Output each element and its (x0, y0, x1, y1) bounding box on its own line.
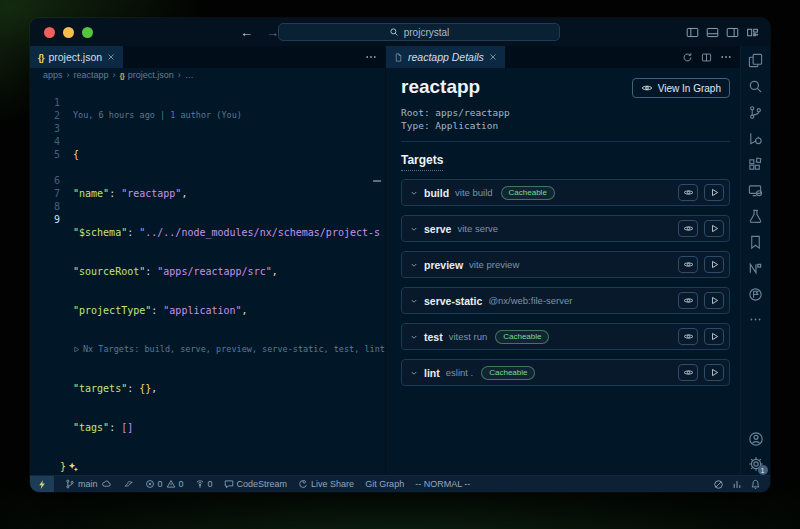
chevron-down-icon[interactable] (410, 333, 418, 341)
toggle-panel-icon[interactable] (706, 26, 719, 39)
view-target-button[interactable] (678, 364, 698, 381)
breadcrumb-item[interactable]: … (185, 70, 194, 80)
testing-icon[interactable] (748, 209, 763, 224)
target-name: build (424, 187, 449, 199)
breadcrumb-item[interactable]: apps (43, 70, 63, 80)
run-target-button[interactable] (704, 184, 724, 201)
git-branch-status[interactable]: main (65, 479, 112, 489)
git-graph-status[interactable]: Git Graph (365, 479, 404, 489)
project-type: Type: Application (401, 119, 730, 132)
targets-heading: Targets (401, 153, 443, 171)
flag-circle-icon[interactable] (748, 287, 763, 302)
project-details-panel: reactapp View In Graph Root: apps/reacta… (386, 68, 740, 475)
cacheable-badge: Cacheable (495, 330, 549, 344)
tab-reactapp-details[interactable]: reactapp Details (386, 46, 505, 68)
comment-icon (224, 479, 234, 489)
run-debug-icon[interactable] (748, 131, 763, 146)
breadcrumb-separator-icon: › (67, 70, 70, 80)
chevron-down-icon[interactable] (410, 297, 418, 305)
target-command: vitest run (449, 331, 488, 342)
gitlens-blame-lens[interactable]: You, 6 hours ago | 1 author (You) (60, 109, 385, 122)
view-target-button[interactable] (678, 220, 698, 237)
tab-label: project.json (48, 51, 102, 63)
code-line: "sourceRoot": "apps/reactapp/src", (60, 265, 385, 278)
more-views-icon[interactable] (749, 313, 762, 326)
search-input[interactable]: projcrystal (278, 23, 560, 41)
extensions-icon[interactable] (748, 157, 763, 172)
live-share-status[interactable]: Live Share (298, 479, 354, 489)
target-command: vite build (455, 187, 493, 198)
search-icon[interactable] (748, 79, 763, 94)
minimize-window-button[interactable] (63, 27, 74, 38)
code-line: "projectType": "application", (60, 304, 385, 317)
target-row-build[interactable]: build vite build Cacheable (401, 179, 730, 206)
scrollbar-marker[interactable] (373, 180, 381, 182)
target-row-preview[interactable]: preview vite preview (401, 251, 730, 278)
close-window-button[interactable] (44, 27, 55, 38)
breadcrumb-item[interactable]: project.json (128, 70, 174, 80)
settings-gear-icon[interactable]: 1 (748, 456, 764, 472)
more-actions-icon[interactable] (720, 51, 732, 63)
bars-icon[interactable] (732, 479, 742, 490)
tab-label: reactapp Details (408, 51, 484, 63)
breadcrumb[interactable]: apps › reactapp › {} project.json › … (30, 68, 385, 82)
chevron-down-icon[interactable] (410, 369, 418, 377)
target-row-serve[interactable]: serve vite serve (401, 215, 730, 242)
run-target-button[interactable] (704, 328, 724, 345)
ports-status[interactable]: 0 (195, 479, 213, 489)
editor-group-right: reactapp Details reactapp View (385, 46, 740, 475)
codestream-status[interactable]: CodeStream (224, 479, 288, 489)
vim-mode-status[interactable]: -- NORMAL -- (415, 479, 470, 489)
source-control-icon[interactable] (748, 105, 763, 120)
remote-explorer-icon[interactable] (748, 183, 763, 198)
code-line: "targets": {}, (60, 382, 385, 395)
view-in-graph-button[interactable]: View In Graph (632, 78, 730, 98)
sparkle-icon[interactable] (68, 461, 79, 472)
customize-layout-icon[interactable] (746, 26, 759, 39)
nx-targets-lens[interactable]: Nx Targets: build, serve, preview, serve… (60, 343, 385, 356)
chevron-down-icon[interactable] (410, 225, 418, 233)
remote-indicator[interactable] (30, 476, 54, 493)
bird-icon[interactable] (123, 479, 134, 489)
bell-icon[interactable] (750, 479, 761, 490)
close-tab-icon[interactable] (489, 53, 497, 61)
split-editor-icon[interactable] (701, 52, 712, 63)
nx-console-icon[interactable] (748, 261, 763, 276)
bookmarks-icon[interactable] (748, 235, 763, 250)
do-not-disturb-icon[interactable] (713, 479, 724, 490)
account-icon[interactable] (748, 431, 764, 447)
tab-project-json[interactable]: {} project.json (30, 46, 123, 68)
chevron-down-icon[interactable] (410, 261, 418, 269)
window-controls (44, 27, 93, 38)
problems-status[interactable]: 0 0 (145, 479, 184, 489)
view-target-button[interactable] (678, 292, 698, 309)
code-editor[interactable]: 12345 678 9 You, 6 hours ago | 1 author … (30, 82, 385, 492)
target-name: lint (424, 367, 440, 379)
refresh-icon[interactable] (682, 52, 693, 63)
explorer-icon[interactable] (748, 53, 763, 68)
view-target-button[interactable] (678, 256, 698, 273)
cacheable-badge: Cacheable (501, 186, 555, 200)
target-row-serve-static[interactable]: serve-static @nx/web:file-server (401, 287, 730, 314)
run-target-button[interactable] (704, 220, 724, 237)
close-tab-icon[interactable] (107, 53, 115, 61)
toggle-secondary-sidebar-icon[interactable] (726, 26, 739, 39)
target-row-test[interactable]: test vitest run Cacheable (401, 323, 730, 350)
target-row-lint[interactable]: lint eslint . Cacheable (401, 359, 730, 386)
breadcrumb-item[interactable]: reactapp (74, 70, 109, 80)
target-command: @nx/web:file-server (488, 295, 572, 306)
code-line: } (60, 460, 385, 473)
more-actions-icon[interactable] (365, 51, 377, 63)
maximize-window-button[interactable] (82, 27, 93, 38)
run-target-button[interactable] (704, 256, 724, 273)
project-title: reactapp (401, 76, 480, 98)
view-target-button[interactable] (678, 184, 698, 201)
title-bar: ← → projcrystal (30, 18, 770, 46)
view-target-button[interactable] (678, 328, 698, 345)
toggle-primary-sidebar-icon[interactable] (686, 26, 699, 39)
chevron-down-icon[interactable] (410, 189, 418, 197)
run-target-button[interactable] (704, 292, 724, 309)
back-icon[interactable]: ← (240, 26, 253, 39)
json-file-icon: {} (38, 52, 43, 63)
run-target-button[interactable] (704, 364, 724, 381)
